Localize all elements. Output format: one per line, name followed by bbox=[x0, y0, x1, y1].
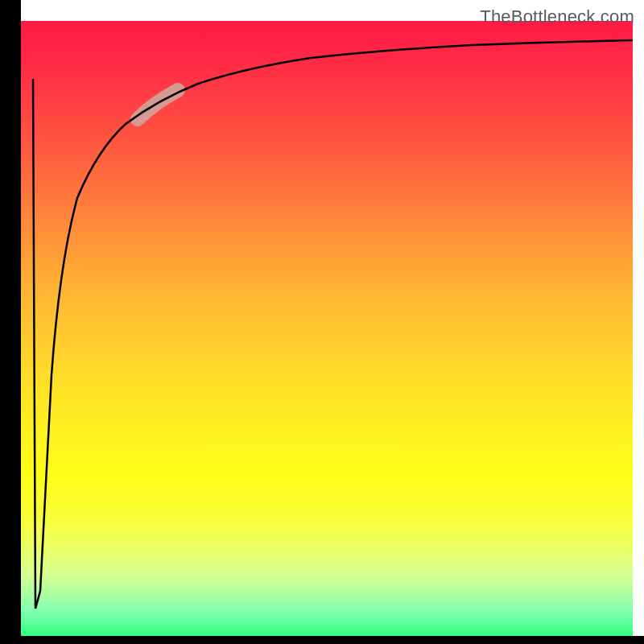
x-axis-ticks bbox=[21, 636, 633, 640]
watermark-text: TheBottleneck.com bbox=[480, 6, 634, 27]
curve-main bbox=[33, 40, 633, 609]
y-axis-ticks bbox=[17, 21, 21, 636]
chart-curve bbox=[21, 21, 633, 636]
